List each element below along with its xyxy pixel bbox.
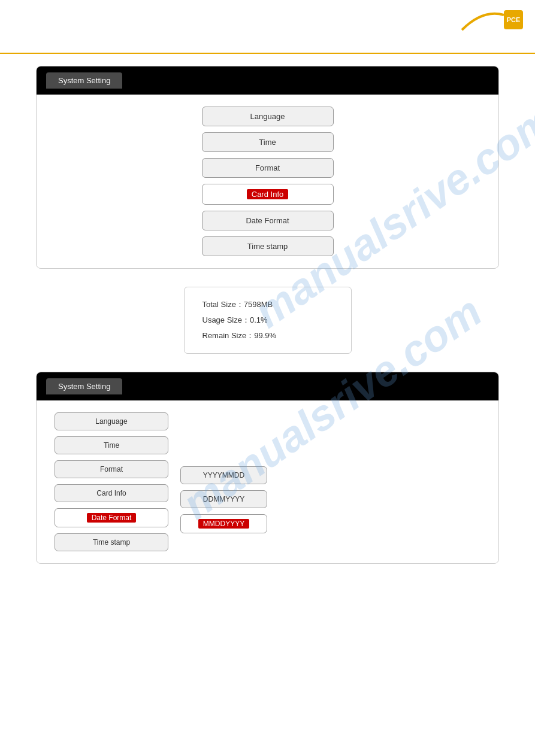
pce-logo-badge: PCE — [504, 10, 523, 29]
panel1-timestamp-btn[interactable]: Time stamp — [202, 236, 334, 256]
panel2-dateformat-btn[interactable]: Date Format — [55, 508, 168, 527]
panel1-title: System Setting — [46, 72, 122, 89]
panel1-time-btn[interactable]: Time — [202, 132, 334, 152]
system-setting-panel-2: System Setting Language Time Format Card… — [36, 372, 499, 564]
panel2-timestamp-btn[interactable]: Time stamp — [55, 533, 168, 551]
panel2-menu: Language Time Format Card Info Date Form… — [55, 412, 168, 551]
option-yyyymmdd-btn[interactable]: YYYYMMDD — [180, 466, 267, 484]
panel1-language-btn[interactable]: Language — [202, 107, 334, 126]
system-setting-panel-1: System Setting Language Time Format Card… — [36, 66, 499, 269]
usage-size-text: Usage Size：0.1% — [202, 315, 333, 326]
panel2-time-btn[interactable]: Time — [55, 436, 168, 454]
panel1-body: Language Time Format Card Info Date Form… — [37, 95, 498, 268]
panel2-format-btn[interactable]: Format — [55, 460, 168, 478]
panel1-header: System Setting — [37, 66, 498, 95]
panel2-language-btn[interactable]: Language — [55, 412, 168, 430]
remain-size-text: Remain Size：99.9% — [202, 330, 333, 341]
panel2-body: Language Time Format Card Info Date Form… — [37, 400, 498, 563]
panel1-format-btn[interactable]: Format — [202, 158, 334, 178]
panel2-title: System Setting — [46, 378, 122, 394]
panel1-cardinfo-btn[interactable]: Card Info — [202, 184, 334, 205]
total-size-text: Total Size：7598MB — [202, 299, 333, 310]
main-content: System Setting Language Time Format Card… — [0, 54, 535, 594]
panel2-cardinfo-btn[interactable]: Card Info — [55, 484, 168, 502]
logo-area: PCE — [459, 6, 523, 33]
card-info-box: Total Size：7598MB Usage Size：0.1% Remain… — [184, 287, 352, 354]
panel2-options: YYYYMMDD DDMMYYYY MMDDYYYY — [180, 412, 270, 551]
panel1-dateformat-btn[interactable]: Date Format — [202, 211, 334, 230]
logo-curve-icon — [459, 6, 507, 33]
option-mmddyyyy-btn[interactable]: MMDDYYYY — [180, 514, 267, 533]
option-ddmmyyyy-btn[interactable]: DDMMYYYY — [180, 490, 267, 508]
header: PCE — [0, 0, 535, 54]
panel2-header: System Setting — [37, 372, 498, 400]
